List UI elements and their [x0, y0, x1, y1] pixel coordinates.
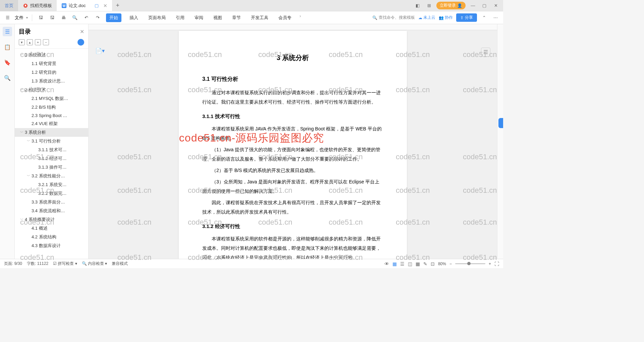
outline-item[interactable]: 4.3 数据库设计 — [15, 241, 88, 250]
tab-member[interactable]: 会员专 — [276, 13, 293, 22]
tab-dev[interactable]: 开发工具 — [249, 13, 270, 22]
pin-icon[interactable]: ✎ — [423, 261, 427, 267]
outline-item[interactable]: 3.2.2 数据完… — [15, 189, 88, 198]
more-icon[interactable]: ⋯ — [491, 15, 500, 20]
tab-layout[interactable]: 页面布局 — [146, 13, 168, 22]
window-close-icon[interactable]: ✕ — [492, 3, 500, 8]
paragraph: （3）众所周知，Java 是面向对象的开发语言。程序开发员可以在 Eclipse… — [202, 177, 383, 196]
tab-insert[interactable]: 插入 — [127, 13, 140, 22]
close-icon[interactable]: ✕ — [103, 3, 107, 8]
file-menu[interactable]: 文件 — [15, 15, 23, 21]
paragraph: （1）Java 提供了强大的功能，方便面向对象编程，也使软件的开发、更简便的管理… — [202, 145, 383, 164]
outline-item[interactable]: 4.2 系统结构 — [15, 233, 88, 241]
tab-template[interactable]: 找稻壳模板 — [18, 0, 57, 11]
outline-item[interactable]: 3.1.1 技术可… — [15, 146, 88, 154]
web-layout-icon[interactable]: ◫ — [408, 261, 412, 267]
outline-close-icon[interactable]: ✕ — [80, 28, 84, 35]
outline-item[interactable]: ﹀3.1 可行性分析 — [15, 137, 88, 146]
document-area[interactable]: 📄▾ ☰ 3 系统分析 3.1 可行性分析 通过对本课程答疑系统实行的目的初步调… — [89, 24, 497, 259]
tab-view[interactable]: 视图 — [211, 13, 224, 22]
outline-item[interactable]: 1.1 研究背景 — [15, 59, 88, 68]
outline-item[interactable]: ﹀3 系统分析 — [15, 128, 88, 137]
grid-layout-icon[interactable]: ▦ — [416, 261, 420, 267]
outline-item[interactable]: ﹀2 相关技术 — [15, 86, 88, 94]
paragraph: 因此，课程答疑系统在开发技术上具有很高可行性，且开发人员掌握了一定的开发技术，所… — [202, 198, 383, 217]
apps-icon[interactable]: ⊞ — [425, 3, 433, 8]
hamburger-icon[interactable]: ☰ — [3, 13, 12, 22]
outline-item[interactable]: ﹀3.2 系统性能分… — [15, 172, 88, 180]
zoom-in-icon[interactable]: + — [489, 262, 491, 266]
undo-icon[interactable]: ↶ — [82, 13, 91, 22]
spell-check[interactable]: ☑ 拼写检查 ▾ — [53, 261, 77, 267]
tab-reference[interactable]: 引用 — [174, 13, 186, 22]
maximize-icon[interactable]: ▢ — [480, 3, 488, 8]
minimize-icon[interactable]: — — [469, 3, 477, 8]
svg-text:W: W — [62, 4, 66, 8]
collab-button[interactable]: 👥协作 — [439, 15, 453, 20]
outline-item[interactable]: 2.4 VUE 框架 — [15, 119, 88, 128]
zoom-value[interactable]: 80% — [438, 262, 446, 266]
find-icon[interactable]: 🔍 — [3, 73, 12, 82]
compat-mode[interactable]: 兼容模式 — [112, 261, 128, 267]
outline-item[interactable]: ﹀1 系统概述 — [15, 51, 88, 59]
ruler — [89, 24, 497, 30]
tab-home[interactable]: 首页 — [0, 0, 18, 11]
eye-icon[interactable]: 👁 — [384, 261, 389, 267]
outline-item[interactable]: 2.3 Spring Boot … — [15, 112, 88, 119]
outline-layout-icon[interactable]: ☰ — [400, 261, 405, 267]
clipboard-icon[interactable]: 📋 — [3, 42, 12, 52]
tab-review[interactable]: 审阅 — [193, 13, 205, 22]
outline-item[interactable]: 2.1 MYSQL 数据… — [15, 94, 88, 103]
outline-toggle-icon[interactable]: ☰ — [3, 27, 12, 36]
share-button[interactable]: ⇪分享 — [456, 13, 477, 22]
bookmark-icon[interactable]: 🔖 — [3, 58, 12, 67]
collapse-all-icon[interactable]: ▾ — [19, 39, 25, 45]
tab-start[interactable]: 开始 — [106, 13, 121, 22]
layout-icon[interactable]: ◧ — [414, 3, 422, 8]
outline-item[interactable]: 1.2 研究目的 — [15, 68, 88, 77]
page-menu-icon[interactable]: 📄▾ — [95, 48, 105, 54]
read-layout-icon[interactable]: ▦ — [392, 261, 397, 267]
ai-icon[interactable] — [77, 39, 84, 46]
cloud-status[interactable]: ☁未上云 — [418, 15, 435, 20]
ribbon-tabs: 开始 插入 页面布局 引用 审阅 视图 章节 开发工具 会员专 › — [106, 13, 301, 22]
right-rail — [497, 24, 503, 259]
tab-chapter[interactable]: 章节 — [230, 13, 243, 22]
zoom-out-icon[interactable]: − — [449, 262, 452, 266]
fit-icon[interactable]: ⊡ — [431, 261, 435, 267]
side-panel-toggle[interactable] — [498, 118, 503, 128]
print-preview-icon[interactable]: 🔍 — [70, 13, 79, 22]
page-content[interactable]: 3 系统分析 3.1 可行性分析 通过对本课程答疑系统实行的目的初步调查和分析，… — [179, 31, 407, 259]
outline-item[interactable]: 3.1.2 经济可… — [15, 154, 88, 163]
outline-item[interactable]: 1.3 系统设计思… — [15, 77, 88, 86]
tab-doc[interactable]: W 论文.doc ▢ ✕ — [57, 0, 112, 11]
login-button[interactable]: 立即登录👤 — [436, 2, 466, 9]
save-icon[interactable]: 🖫 — [36, 13, 45, 22]
collapse-ribbon-icon[interactable]: ⌃ — [480, 15, 488, 20]
outline-item[interactable]: 4.1 概述 — [15, 224, 88, 233]
redo-icon[interactable]: ↷ — [93, 13, 102, 22]
save-as-icon[interactable]: 🖫 — [48, 13, 56, 22]
expand-all-icon[interactable]: ▴ — [27, 39, 33, 45]
outline-item[interactable]: 3.4 系统流程和… — [15, 207, 88, 215]
outline-tree: ﹀1 系统概述1.1 研究背景1.2 研究目的1.3 系统设计思…﹀2 相关技术… — [15, 49, 88, 259]
more-tabs-icon[interactable]: › — [300, 13, 301, 22]
search-command[interactable]: 🔍查找命令、搜索模板 — [372, 15, 415, 20]
outline-item[interactable]: 3.2.1 系统安… — [15, 180, 88, 189]
word-icon: W — [61, 3, 67, 8]
content-check[interactable]: 🔍 内容检查 ▾ — [82, 261, 107, 267]
tab-window-icon[interactable]: ▢ — [95, 3, 99, 8]
new-tab-button[interactable]: + — [112, 0, 124, 11]
zoom-slider[interactable] — [455, 263, 485, 264]
outline-item[interactable]: 2.2 B/S 结构 — [15, 103, 88, 112]
outline-item[interactable]: 3.3 系统界面分… — [15, 198, 88, 207]
print-icon[interactable]: 🖶 — [59, 13, 68, 22]
page-indicator[interactable]: 页面: 9/30 — [4, 261, 22, 267]
word-count[interactable]: 字数: 11122 — [27, 261, 48, 267]
remove-icon[interactable]: − — [43, 39, 49, 45]
fullscreen-icon[interactable]: ⛶ — [494, 261, 499, 267]
page-options-icon[interactable]: ☰ — [481, 48, 490, 57]
add-icon[interactable]: + — [35, 39, 41, 45]
outline-item[interactable]: 3.1.3 操作可… — [15, 163, 88, 172]
outline-item[interactable]: ﹀4 系统概要设计 — [15, 215, 88, 224]
